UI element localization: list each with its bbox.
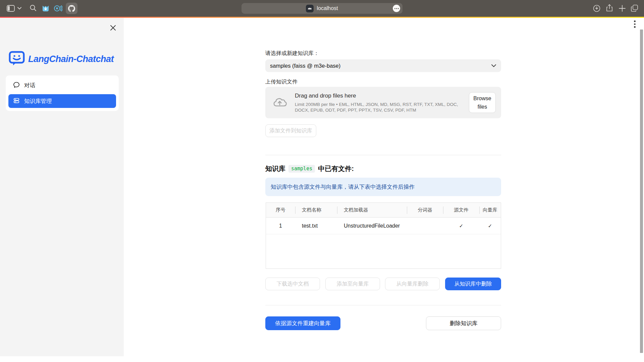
browser-toolbar: localhost <box>0 0 644 17</box>
uploader-texts: Drag and drop files here Limit 200MB per… <box>295 93 466 113</box>
kb-selected-value: samples (faiss @ m3e-base) <box>270 63 491 69</box>
downloader-extension-icon[interactable] <box>42 4 50 12</box>
delete-from-kb-button[interactable]: 从知识库中删除 <box>445 278 501 290</box>
sidebar: LangChain-Chatchat 对话 知识库管理 <box>0 18 124 356</box>
new-tab-icon[interactable] <box>619 5 626 12</box>
app-logo: LangChain-Chatchat <box>9 51 114 67</box>
cell-loader: UnstructuredFileLoader <box>337 223 407 229</box>
col-header-splitter: 分词器 <box>407 203 443 217</box>
url-text: localhost <box>317 5 338 11</box>
app-window: localhost LangChain-Chatchat <box>0 0 644 362</box>
col-header-index: 序号 <box>266 203 295 217</box>
heading-suffix: 中已有文件: <box>318 164 354 173</box>
download-selected-button[interactable]: 下载选中文档 <box>265 278 320 290</box>
col-header-source-file: 源文件 <box>443 203 479 217</box>
tabs-overview-icon[interactable] <box>631 4 638 12</box>
kb-select-label: 请选择或新建知识库： <box>265 50 319 57</box>
kb-files-heading: 知识库 samples 中已有文件: <box>265 164 354 173</box>
add-to-vector-button[interactable]: 添加至向量库 <box>325 278 380 290</box>
col-header-vector-store: 向量库 <box>479 203 501 217</box>
cell-doc-name: test.txt <box>295 223 337 229</box>
search-icon[interactable] <box>30 4 37 12</box>
add-files-to-kb-button[interactable]: 添加文件到知识库 <box>265 124 316 137</box>
sidebar-toggle-icon[interactable] <box>7 5 15 12</box>
uploader-title: Drag and drop files here <box>295 93 466 99</box>
github-icon[interactable] <box>66 3 77 14</box>
info-message-text: 知识库中包含源文件与向量库，请从下表中选择文件后操作 <box>271 183 415 191</box>
info-message-box: 知识库中包含源文件与向量库，请从下表中选择文件后操作 <box>265 178 501 196</box>
browse-files-button[interactable]: Browse files <box>469 92 496 113</box>
reader-extension-icon[interactable] <box>54 4 62 12</box>
rebuild-vector-store-button[interactable]: 依据源文件重建向量库 <box>265 316 340 330</box>
address-bar[interactable]: localhost <box>241 3 402 14</box>
sidebar-menu: 对话 知识库管理 <box>6 75 119 111</box>
cell-index: 1 <box>266 223 295 229</box>
share-icon[interactable] <box>606 4 613 12</box>
vertical-scrollbar[interactable] <box>640 29 643 353</box>
remove-from-vector-button[interactable]: 从向量库删除 <box>385 278 440 290</box>
sidebar-item-kb-management[interactable]: 知识库管理 <box>8 94 116 108</box>
divider <box>265 305 501 305</box>
file-uploader-dropzone[interactable]: Drag and drop files here Limit 200MB per… <box>265 87 501 118</box>
kb-select-dropdown[interactable]: samples (faiss @ m3e-base) <box>265 59 501 72</box>
delete-kb-button[interactable]: 删除知识库 <box>426 316 501 330</box>
divider <box>265 155 501 155</box>
database-icon <box>13 97 20 105</box>
table-row[interactable]: 1 test.txt UnstructuredFileLoader ✓ ✓ <box>266 218 501 234</box>
chevron-down-icon[interactable] <box>17 7 21 10</box>
upload-label: 上传知识文件 <box>265 78 298 85</box>
uploader-limit-text: Limit 200MB per file • EML, HTML, JSON, … <box>295 102 466 113</box>
logo-chat-bubble-icon <box>9 51 25 67</box>
logo-text: LangChain-Chatchat <box>28 54 114 64</box>
cell-source-check: ✓ <box>443 223 479 229</box>
cell-vector-check: ✓ <box>479 223 501 229</box>
sidebar-item-label: 知识库管理 <box>24 98 52 105</box>
download-icon[interactable] <box>593 5 600 12</box>
col-header-loader: 文档加载器 <box>337 203 407 217</box>
sidebar-item-dialogue[interactable]: 对话 <box>8 78 116 92</box>
chat-bubble-icon <box>13 81 20 89</box>
sidebar-item-label: 对话 <box>24 82 35 89</box>
page-settings-icon[interactable] <box>393 5 400 12</box>
kb-files-table: 序号 文档名称 文档加载器 分词器 源文件 向量库 1 test.txt Uns… <box>266 202 501 269</box>
table-header-row: 序号 文档名称 文档加载器 分词器 源文件 向量库 <box>266 203 501 218</box>
heading-prefix: 知识库 <box>265 164 285 173</box>
chevron-down-icon <box>491 63 496 69</box>
kb-name-code: samples <box>288 165 315 173</box>
page-menu-icon[interactable] <box>634 20 636 28</box>
site-favicon-icon <box>306 5 314 12</box>
close-sidebar-icon[interactable] <box>110 24 116 31</box>
cloud-upload-icon <box>273 96 287 109</box>
col-header-doc-name: 文档名称 <box>295 203 337 217</box>
